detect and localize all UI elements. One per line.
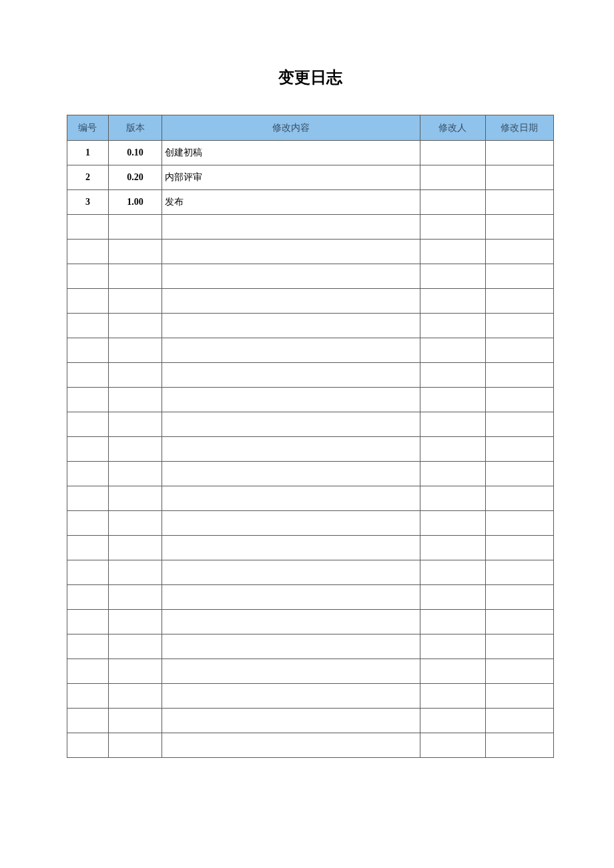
cell-author [420,289,485,314]
cell-date [485,659,553,684]
cell-content [162,437,420,462]
cell-version [108,709,162,733]
cell-version: 0.20 [108,165,162,190]
cell-content [162,585,420,610]
page-title: 变更日志 [67,67,554,88]
cell-date [485,462,553,486]
cell-author [420,190,485,215]
cell-index [67,314,109,338]
cell-version [108,610,162,634]
cell-content [162,314,420,338]
table-row [67,709,554,733]
table-row [67,486,554,511]
cell-date [485,338,553,363]
cell-author [420,462,485,486]
table-row [67,388,554,412]
table-row [67,462,554,486]
cell-content [162,215,420,240]
cell-date [485,511,553,536]
cell-version [108,412,162,437]
table-row [67,560,554,585]
cell-author [420,733,485,758]
cell-date [485,165,553,190]
cell-author [420,560,485,585]
cell-author [420,437,485,462]
cell-author [420,709,485,733]
cell-content [162,659,420,684]
cell-author [420,634,485,659]
cell-version [108,314,162,338]
cell-index [67,412,109,437]
cell-content [162,412,420,437]
cell-version [108,585,162,610]
table-row [67,289,554,314]
cell-author [420,141,485,165]
cell-author [420,363,485,388]
cell-version [108,462,162,486]
cell-index [67,634,109,659]
cell-index [67,437,109,462]
col-header-author: 修改人 [420,115,485,141]
cell-version [108,560,162,585]
cell-content [162,388,420,412]
cell-date [485,264,553,289]
cell-date [485,684,553,709]
cell-content [162,610,420,634]
cell-index [67,709,109,733]
cell-version [108,684,162,709]
col-header-index: 编号 [67,115,109,141]
cell-author [420,215,485,240]
cell-author [420,264,485,289]
cell-date [485,215,553,240]
cell-content: 创建初稿 [162,141,420,165]
cell-version [108,338,162,363]
cell-version [108,363,162,388]
cell-version [108,264,162,289]
cell-date [485,190,553,215]
col-header-version: 版本 [108,115,162,141]
cell-index [67,560,109,585]
cell-content [162,338,420,363]
col-header-date: 修改日期 [485,115,553,141]
cell-version [108,486,162,511]
cell-version [108,634,162,659]
cell-content: 发布 [162,190,420,215]
cell-index [67,733,109,758]
table-row [67,610,554,634]
cell-content [162,462,420,486]
cell-index [67,536,109,560]
cell-date [485,585,553,610]
cell-index [67,240,109,264]
cell-version: 0.10 [108,141,162,165]
cell-version [108,733,162,758]
cell-author [420,585,485,610]
table-row: 20.20内部评审 [67,165,554,190]
table-row [67,264,554,289]
cell-version: 1.00 [108,190,162,215]
cell-author [420,338,485,363]
cell-content [162,634,420,659]
table-row [67,684,554,709]
table-row [67,659,554,684]
table-body: 10.10创建初稿20.20内部评审31.00发布 [67,141,554,758]
cell-date [485,610,553,634]
cell-index [67,486,109,511]
cell-date [485,437,553,462]
table-row [67,585,554,610]
cell-index [67,215,109,240]
cell-content [162,536,420,560]
cell-date [485,388,553,412]
cell-index [67,684,109,709]
cell-index: 1 [67,141,109,165]
col-header-content: 修改内容 [162,115,420,141]
cell-author [420,388,485,412]
cell-index [67,610,109,634]
table-row [67,536,554,560]
cell-author [420,511,485,536]
cell-version [108,240,162,264]
cell-index [67,511,109,536]
table-row [67,363,554,388]
cell-version [108,215,162,240]
cell-version [108,536,162,560]
cell-version [108,659,162,684]
